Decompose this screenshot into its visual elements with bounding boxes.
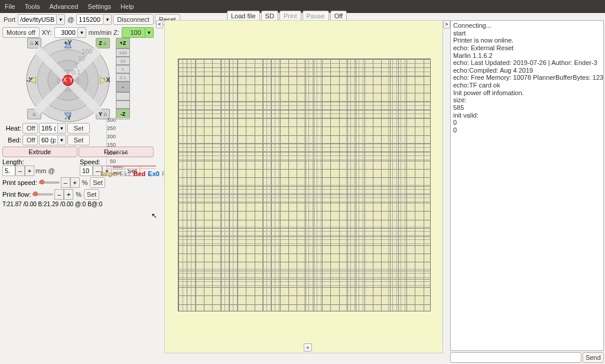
right-panel: Connecting...startPrinter is now online.…	[443, 20, 604, 363]
console-line: echo: Free Memory: 10078 PlannerBufferBy…	[453, 74, 601, 82]
at-label: @	[66, 16, 75, 23]
print-speed-slider[interactable]	[38, 181, 60, 184]
collapse-left-button[interactable]: <	[156, 20, 163, 28]
legend-ex1: Ex1	[120, 170, 131, 177]
baud-input[interactable]	[76, 14, 103, 25]
ps-minus[interactable]: –	[61, 177, 70, 188]
console-output[interactable]: Connecting...startPrinter is now online.…	[450, 20, 604, 351]
console-line: 0	[453, 126, 601, 134]
console-line: 0	[453, 119, 601, 126]
print-flow-label: Print flow:	[2, 191, 31, 198]
svg-text:100: 100	[82, 48, 92, 55]
z-dropdown-icon[interactable]: ▼	[145, 27, 154, 38]
heat-label: Heat:	[2, 125, 21, 132]
svg-text:10: 10	[78, 55, 85, 62]
xy-label: XY:	[41, 29, 53, 36]
console-line: echo:TF card ok	[453, 82, 601, 89]
feed-unit-label: mm/min Z:	[87, 29, 121, 36]
console-line: Init power off infomation.	[453, 89, 601, 97]
z-center[interactable]: ●	[116, 82, 130, 92]
command-input[interactable]	[450, 352, 581, 363]
menu-tools[interactable]: Tools	[25, 3, 40, 10]
build-plate	[178, 58, 431, 311]
bed-set-button[interactable]: Set	[67, 135, 90, 145]
baud-dropdown-icon[interactable]: ▼	[103, 14, 112, 25]
xy-jog-dial[interactable]: X Y +Y -Y -X +X 1001010.1	[24, 36, 112, 125]
menu-help[interactable]: Help	[121, 3, 134, 10]
console-line: Marlin 1.1.6.2	[453, 52, 601, 60]
gcode-preview[interactable]: +	[164, 20, 443, 353]
console-line: Printer is now online.	[453, 37, 601, 44]
print-speed-label: Print speed:	[2, 179, 37, 186]
z-step-1b[interactable]	[116, 100, 130, 109]
ps-pct: %	[81, 179, 89, 186]
length-input[interactable]	[2, 165, 15, 176]
status-line: T:21.87 /0.00 B:21.29 /0.00 @:0 B@:0	[2, 201, 154, 207]
console-line: 585	[453, 104, 601, 112]
z-jog-column: +Z 100 10 1 0.1 ● -Z	[116, 38, 130, 119]
pf-plus[interactable]: +	[64, 189, 73, 200]
cursor-icon: ↖	[151, 212, 157, 220]
console-line: init valid:	[453, 112, 601, 119]
menu-file[interactable]: File	[5, 3, 15, 10]
port-input[interactable]	[18, 14, 57, 25]
ps-set-button[interactable]: Set	[90, 177, 105, 188]
console-line: echo: External Reset	[453, 44, 601, 52]
legend-ex0: Ex0	[148, 170, 160, 177]
pf-minus[interactable]: –	[54, 189, 64, 200]
port-dropdown-icon[interactable]: ▼	[57, 14, 65, 25]
ps-plus[interactable]: +	[70, 177, 80, 188]
z-step-10[interactable]: 10	[116, 57, 130, 65]
z-plus-button[interactable]: +Z	[116, 38, 130, 48]
length-plus[interactable]: +	[25, 165, 34, 176]
send-button[interactable]: Send	[583, 352, 604, 363]
bed-label: Bed:	[2, 136, 21, 144]
length-label: Length:	[2, 158, 76, 165]
bed-temp-input[interactable]	[39, 135, 58, 145]
z-step-01[interactable]: 0.1	[116, 73, 130, 82]
bed-dropdown-icon[interactable]: ▼	[58, 135, 66, 145]
mm-at-label: mm @	[34, 167, 56, 174]
speed-input[interactable]	[80, 165, 93, 176]
print-flow-slider[interactable]	[32, 193, 53, 196]
extrude-button[interactable]: Extrude	[2, 147, 77, 157]
console-line: echo: Last Updated: 2019-07-26 | Author:…	[453, 59, 601, 67]
console-line: size:	[453, 96, 601, 104]
svg-text:0.1: 0.1	[71, 69, 80, 76]
z-step-1[interactable]: 1	[116, 65, 130, 73]
legend-bed: Bed	[134, 170, 146, 177]
console-line: echo:Compiled: Aug 4 2019	[453, 67, 601, 74]
bed-off-button[interactable]: Off	[22, 135, 38, 145]
pf-set-button[interactable]: Set	[84, 189, 99, 200]
length-minus[interactable]: –	[15, 165, 25, 176]
z-step-100[interactable]: 100	[116, 48, 130, 57]
console-line: Connecting...	[453, 22, 601, 30]
svg-text:X Y: X Y	[63, 76, 73, 83]
z-step-01b[interactable]	[116, 92, 130, 100]
legend-target: Target	[99, 170, 118, 177]
zoom-plus-button[interactable]: +	[304, 343, 312, 352]
disconnect-button[interactable]: Disconnect	[113, 14, 153, 25]
console-line: start	[453, 30, 601, 37]
pf-pct: %	[74, 191, 83, 198]
menu-advanced[interactable]: Advanced	[49, 3, 78, 10]
z-feed-input[interactable]: 100	[122, 27, 145, 38]
temp-graph: 300 250 200 150 100 50 Target Ex1 BedEx0…	[99, 118, 156, 177]
jog-control: ⌂ X Z ⌂ ⌂ Y ⌂ X Y +Y -Y -X +X	[0, 39, 136, 122]
port-label: Port	[2, 16, 17, 23]
menu-settings[interactable]: Settings	[87, 3, 111, 10]
